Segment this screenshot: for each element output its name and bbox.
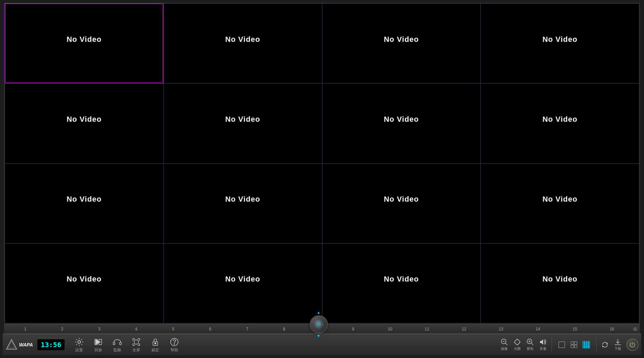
playback-label: 回放 — [94, 347, 102, 353]
svg-rect-36 — [589, 341, 590, 343]
svg-rect-42 — [585, 345, 587, 347]
channel-numbers-right: 9 10 11 12 13 14 15 16 — [335, 327, 631, 331]
svg-rect-8 — [113, 342, 115, 345]
ch-3: 3 — [94, 327, 104, 331]
video-cell-6[interactable]: No VideoNo Video — [163, 83, 322, 163]
download-label: 下載 — [614, 346, 621, 351]
settings-label: 設置 — [75, 347, 83, 353]
ch-4: 4 — [131, 327, 141, 331]
audio-label: 音量 — [540, 346, 546, 351]
video-cell-10[interactable]: No VideoNo Video — [163, 164, 322, 243]
reflection-text: No Video — [225, 39, 260, 43]
video-cell-7[interactable]: No VideoNo Video — [322, 83, 481, 163]
settings-button[interactable]: 設置 — [70, 336, 88, 354]
ch-6: 6 — [205, 327, 215, 331]
brightness-label: 光圈 — [514, 346, 521, 351]
ch-13: 13 — [496, 327, 506, 331]
svg-rect-40 — [589, 343, 590, 345]
svg-line-16 — [505, 343, 507, 345]
video-cell-8[interactable]: No VideoNo Video — [481, 83, 639, 163]
zoom-out-icon — [501, 338, 508, 346]
time-display: 13:56 — [37, 339, 65, 351]
fullscreen-label: 全屏 — [133, 347, 140, 353]
logo-text: WAPA — [19, 342, 33, 347]
svg-rect-45 — [583, 347, 585, 348]
ch-16: 16 — [607, 327, 617, 331]
quad-view-button[interactable] — [568, 339, 580, 351]
download-button[interactable]: 下載 — [612, 337, 624, 353]
logo-area: WAPA — [5, 339, 33, 351]
fullscreen-button[interactable]: 全屏 — [127, 336, 145, 354]
svg-rect-32 — [574, 345, 577, 348]
listen-button[interactable]: 監聽 — [108, 336, 126, 354]
svg-rect-37 — [583, 343, 585, 345]
listen-label: 監聽 — [114, 347, 121, 353]
video-cell-9[interactable]: No VideoNo Video — [5, 164, 163, 243]
refresh-button[interactable] — [599, 339, 611, 351]
power-button[interactable] — [626, 339, 639, 351]
video-cell-14[interactable]: No VideoNo Video — [163, 243, 322, 323]
crosshair-icon — [316, 322, 321, 327]
nav-wheel-inner — [315, 321, 323, 328]
video-cell-13[interactable]: No VideoNo Video — [5, 243, 163, 323]
video-cell-2[interactable]: No VideoNo Video — [163, 3, 322, 83]
playback-button[interactable]: 回放 — [89, 336, 107, 354]
svg-rect-33 — [583, 341, 585, 343]
brightness-icon — [514, 338, 521, 346]
help-label: 幫助 — [171, 347, 178, 353]
svg-rect-48 — [589, 347, 590, 348]
svg-rect-44 — [589, 345, 590, 347]
separator-1 — [552, 337, 552, 352]
ch-12: 12 — [459, 327, 469, 331]
reflection-text: No Video — [384, 279, 419, 283]
svg-rect-34 — [585, 341, 587, 343]
help-button[interactable]: 幫助 — [166, 336, 183, 354]
svg-rect-10 — [134, 340, 138, 344]
reflection-text: No Video — [67, 119, 102, 123]
reflection-text: No Video — [384, 39, 419, 43]
reflection-text: No Video — [67, 279, 102, 283]
reflection-text: No Video — [542, 39, 577, 43]
ch-11: 11 — [422, 327, 432, 331]
single-view-button[interactable] — [556, 339, 568, 351]
svg-marker-27 — [540, 339, 543, 345]
nav-control[interactable]: ▲ ▼ — [310, 310, 328, 338]
video-cell-1[interactable]: No VideoNo Video — [5, 3, 163, 83]
ch-8: 8 — [279, 327, 289, 331]
audio-button[interactable]: 音量 — [537, 337, 549, 353]
video-cell-4[interactable]: No VideoNo Video — [481, 3, 639, 83]
lock-icon — [151, 337, 160, 347]
lock-button[interactable]: 鎖定 — [146, 336, 164, 354]
zoom-in-icon — [526, 338, 534, 346]
video-cell-3[interactable]: No VideoNo Video — [322, 3, 481, 83]
video-cell-11[interactable]: No VideoNo Video — [322, 164, 481, 243]
separator-2 — [596, 337, 596, 352]
ch-15: 15 — [570, 327, 580, 331]
channel-bar: 1 2 3 4 5 6 7 8 ▲ ▼ 9 — [4, 324, 640, 334]
channel-numbers-left: 1 2 3 4 5 6 7 8 — [7, 327, 303, 331]
logo-icon — [5, 339, 18, 351]
ptz-controls: 縮像 光圈 — [499, 337, 549, 353]
video-cell-16[interactable]: No VideoNo Video — [481, 243, 639, 323]
zoom-in-button[interactable]: 變焦 — [524, 337, 536, 353]
zoom-out-button[interactable]: 縮像 — [499, 337, 510, 353]
settings-icon — [74, 337, 84, 347]
ch-7: 7 — [242, 327, 252, 331]
video-grid: No VideoNo VideoNo VideoNo VideoNo Video… — [4, 3, 640, 324]
ch-14: 14 — [533, 327, 543, 331]
extra-controls: 下載 — [599, 337, 624, 353]
svg-line-24 — [531, 343, 533, 345]
nav-down-arrow[interactable]: ▼ — [317, 334, 321, 338]
video-cell-12[interactable]: No VideoNo Video — [481, 164, 639, 243]
ch-2: 2 — [57, 327, 67, 331]
svg-point-12 — [155, 343, 156, 344]
brightness-button[interactable]: 光圈 — [511, 337, 523, 353]
nav-up-arrow[interactable]: ▲ — [317, 310, 321, 315]
video-cell-15[interactable]: No VideoNo Video — [322, 243, 481, 323]
reflection-text: No Video — [67, 199, 102, 203]
reflection-text: No Video — [225, 279, 260, 283]
svg-rect-39 — [587, 343, 588, 345]
sixteen-view-button[interactable] — [580, 339, 592, 351]
video-cell-5[interactable]: No VideoNo Video — [5, 83, 163, 163]
nav-wheel[interactable] — [310, 315, 328, 334]
